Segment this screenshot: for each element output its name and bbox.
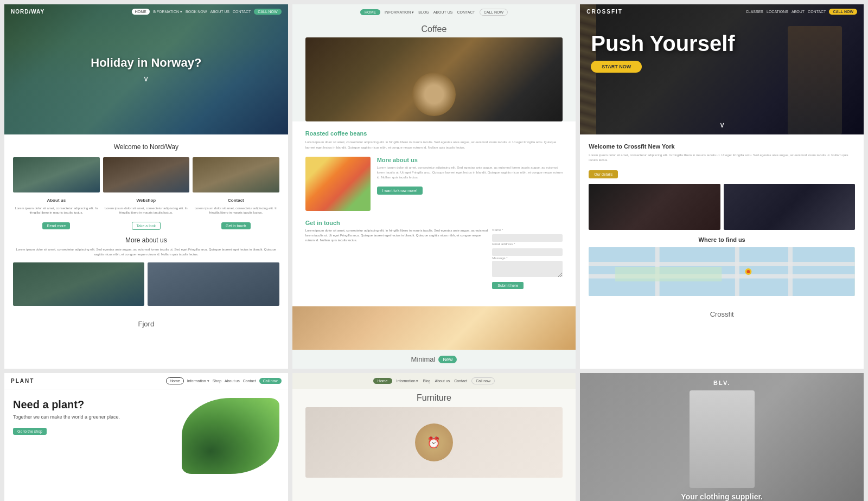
fjord-big-img-1: [13, 262, 144, 306]
fjord-nav-about[interactable]: ABOUT US: [210, 10, 229, 14]
form-right: Name * Email address * Message * Submit …: [492, 228, 563, 289]
minimal-nav-info[interactable]: INFORMATION ▾: [385, 10, 414, 15]
blv-tagline: Your clothing supplier.: [586, 492, 857, 501]
blv-content: BLV. Your clothing supplier. SALE: [580, 373, 864, 501]
furniture-call-btn[interactable]: Call now: [471, 377, 495, 384]
form-row: Lorem ipsum dolor sit amet, consectetur …: [305, 228, 563, 289]
fjord-nav-book[interactable]: BOOK NOW: [186, 10, 207, 14]
furniture-nav-contact[interactable]: Contact: [454, 379, 467, 383]
minimal-nav-contact[interactable]: CONTACT: [457, 10, 475, 14]
fjord-labels: About us Webshop Contact: [13, 198, 279, 203]
fjord-hero: NORD/WAY HOME INFORMATION ▾ BOOK NOW ABO…: [4, 4, 288, 134]
furniture-nav-home[interactable]: Home: [373, 378, 392, 384]
furniture-nav-info[interactable]: Information ▾: [397, 379, 419, 383]
fjord-nav-home[interactable]: HOME: [132, 9, 150, 15]
minimal-card: HOME INFORMATION ▾ BLOG ABOUT US CONTACT…: [292, 4, 576, 369]
plant-nav-about[interactable]: About us: [225, 379, 240, 383]
minimal-roasted-text: Lorem ipsum dolor sit amet, consectetur …: [305, 140, 563, 150]
fjord-img-contact: [193, 157, 279, 192]
form-left-text: Lorem ipsum dolor sit amet, consectetur …: [305, 228, 488, 243]
fjord-nav-contact[interactable]: CONTACT: [233, 10, 251, 14]
blv-person-image: [690, 390, 755, 488]
form-name-input[interactable]: [492, 234, 563, 242]
plant-nav-contact[interactable]: Contact: [243, 379, 256, 383]
fjord-card: NORD/WAY HOME INFORMATION ▾ BOOK NOW ABO…: [4, 4, 288, 369]
minimal-image-col: [305, 157, 371, 211]
fjord-call-btn[interactable]: CALL NOW: [254, 9, 281, 15]
svg-rect-4: [735, 247, 739, 296]
fjord-desc-contact: Lorem ipsum dolor sit amet, consectetur …: [193, 206, 279, 215]
fjord-nav-items: HOME INFORMATION ▾ BOOK NOW ABOUT US CON…: [132, 9, 282, 15]
fjord-label-webshop: Webshop: [103, 198, 190, 203]
plant-text-col: Need a plant? Together we can make the w…: [13, 398, 175, 435]
minimal-more-text: Lorem ipsum dolor sit amet, consectetur …: [377, 165, 563, 180]
minimal-nav-home[interactable]: HOME: [360, 9, 380, 15]
crossfit-start-btn[interactable]: START NOW: [591, 61, 642, 73]
plant-card: PLANT Home Information ▾ Shop About us C…: [4, 373, 288, 501]
read-more-button[interactable]: Read more: [42, 222, 70, 229]
fjord-img-about: [13, 157, 100, 192]
minimal-nav-about[interactable]: ABOUT US: [433, 10, 453, 14]
minimal-text-col: More about us Lorem ipsum dolor sit amet…: [377, 157, 563, 211]
minimal-nav-blog[interactable]: BLOG: [418, 10, 429, 14]
plant-nav: PLANT Home Information ▾ Shop About us C…: [4, 373, 288, 389]
fjord-desc-webshop: Lorem ipsum dolor sit amet, consectetur …: [103, 206, 190, 215]
form-message-label: Message *: [492, 256, 563, 260]
plant-leaf-image: [182, 398, 279, 474]
furniture-nav-about[interactable]: About us: [435, 379, 450, 383]
plant-title: Need a plant?: [13, 398, 175, 411]
map-svg: [589, 247, 855, 296]
plant-logo: PLANT: [11, 378, 34, 384]
minimal-new-badge: New: [438, 356, 457, 363]
plant-body: Need a plant? Together we can make the w…: [4, 389, 288, 483]
fjord-descs: Lorem ipsum dolor sit amet, consectetur …: [13, 206, 279, 215]
plant-nav-info[interactable]: Information ▾: [187, 379, 209, 383]
crossfit-details-btn[interactable]: Our details: [589, 170, 618, 178]
fjord-btn-read: Read more: [13, 220, 100, 230]
plant-nav-shop[interactable]: Shop: [213, 379, 221, 383]
fjord-welcome-title: Welcome to Nord/Way: [13, 143, 279, 151]
minimal-title: Coffee: [292, 20, 576, 37]
plant-nav-home[interactable]: Home: [166, 377, 184, 384]
minimal-nav-btn[interactable]: CALL NOW: [480, 9, 508, 16]
furniture-nav-blog[interactable]: Blog: [423, 379, 431, 383]
fjord-chevron-icon: ∨: [143, 74, 149, 83]
furniture-nav: Home Information ▾ Blog About us Contact…: [292, 373, 576, 389]
furniture-clock: ⏰: [415, 423, 453, 461]
coffee-hero-image: [305, 37, 563, 121]
fjord-more-title: More about us: [13, 236, 279, 244]
crossfit-where-title: Where to find us: [589, 236, 855, 243]
crossfit-card: CROSSFIT CLASSES LOCATIONS ABOUT CONTACT…: [580, 4, 864, 369]
form-message-textarea[interactable]: [492, 261, 563, 277]
plant-call-btn[interactable]: Call now: [259, 378, 282, 384]
plant-shop-btn[interactable]: Go to the shop: [13, 428, 47, 435]
svg-rect-1: [589, 262, 855, 266]
macarons-image: [305, 157, 371, 211]
main-grid: NORD/WAY HOME INFORMATION ▾ BOOK NOW ABO…: [0, 0, 868, 501]
form-submit-btn[interactable]: Submit here: [492, 282, 524, 289]
plant-image-col: [182, 398, 279, 474]
fjord-nav-information[interactable]: INFORMATION ▾: [153, 10, 182, 14]
crossfit-map: [589, 247, 855, 296]
crossfit-img-1: [589, 184, 720, 230]
fjord-desc-about: Lorem ipsum dolor sit amet, consectetur …: [13, 206, 100, 215]
fjord-btns: Read more Take a look Get in touch: [13, 220, 279, 230]
get-in-touch-button[interactable]: Get in touch: [221, 222, 251, 229]
form-email-input[interactable]: [492, 248, 563, 256]
crossfit-hero: CROSSFIT CLASSES LOCATIONS ABOUT CONTACT…: [580, 4, 864, 134]
form-title: Get in touch: [305, 220, 563, 226]
fjord-label-contact: Contact: [193, 198, 279, 203]
crossfit-body: Welcome to Crossfit New York Lorem ipsum…: [580, 134, 864, 305]
take-a-look-button[interactable]: Take a look: [132, 222, 161, 230]
fjord-btn-look: Take a look: [103, 220, 190, 230]
fjord-logo: NORD/WAY: [11, 9, 44, 15]
crossfit-content: Push Yourself START NOW: [580, 4, 864, 84]
minimal-nav: HOME INFORMATION ▾ BLOG ABOUT US CONTACT…: [292, 4, 576, 20]
form-name-label: Name *: [492, 228, 563, 232]
minimal-two-col: More about us Lorem ipsum dolor sit amet…: [305, 157, 563, 211]
fjord-img-webshop: [103, 157, 190, 192]
fjord-more-text: Lorem ipsum dolor sit amet, consectetur …: [13, 247, 279, 257]
minimal-know-more-btn[interactable]: I want to know more!: [377, 187, 423, 195]
minimal-roasted-title: Roasted coffee beans: [305, 130, 563, 137]
furniture-title: Furniture: [292, 389, 576, 407]
